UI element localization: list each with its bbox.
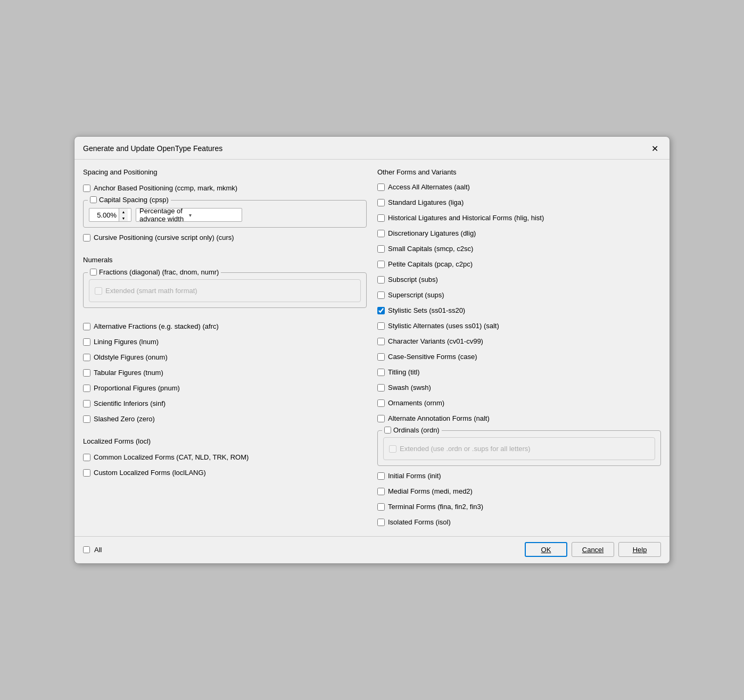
cursive-positioning-row: Cursive Positioning (cursive script only…	[83, 232, 367, 243]
initial-forms-label[interactable]: Initial Forms (init)	[388, 472, 441, 480]
spinbox-down[interactable]: ▼	[119, 215, 128, 221]
cursive-positioning-checkbox[interactable]	[83, 234, 90, 241]
subscript-checkbox[interactable]	[377, 276, 385, 284]
cursive-positioning-label[interactable]: Cursive Positioning (cursive script only…	[94, 234, 234, 241]
subscript-label[interactable]: Subscript (subs)	[388, 276, 438, 284]
medial-forms-checkbox[interactable]	[377, 488, 385, 495]
standard-ligatures-checkbox[interactable]	[377, 199, 385, 206]
ordinals-label[interactable]: Ordinals (ordn)	[393, 426, 440, 434]
ok-button[interactable]: OK	[525, 542, 567, 557]
stylistic-sets-checkbox[interactable]	[377, 307, 385, 314]
cancel-button[interactable]: Cancel	[572, 542, 614, 557]
proportional-figures-label[interactable]: Proportional Figures (pnum)	[94, 384, 180, 392]
small-capitals-checkbox[interactable]	[377, 245, 385, 253]
stylistic-alternates-label[interactable]: Stylistic Alternates (uses ss01) (salt)	[388, 322, 499, 330]
superscript-label[interactable]: Superscript (sups)	[388, 291, 444, 299]
custom-localized-label[interactable]: Custom Localized Forms (loclLANG)	[94, 469, 206, 477]
tabular-figures-label[interactable]: Tabular Figures (tnum)	[94, 369, 163, 377]
stylistic-alternates-checkbox[interactable]	[377, 322, 385, 330]
extended-ordn-checkbox[interactable]	[389, 445, 396, 453]
medial-forms-label[interactable]: Medial Forms (medi, med2)	[388, 487, 473, 495]
alt-fractions-label[interactable]: Alternative Fractions (e.g. stacked) (af…	[94, 322, 219, 330]
percentage-dropdown[interactable]: Percentage of advance width ▾	[136, 208, 242, 222]
dialog-footer: All OK Cancel Help	[75, 536, 669, 563]
common-localized-row: Common Localized Forms (CAT, NLD, TRK, R…	[83, 452, 367, 463]
superscript-row: Superscript (sups)	[377, 289, 661, 301]
capital-spacing-checkbox[interactable]	[90, 196, 97, 203]
spinbox-up[interactable]: ▲	[119, 209, 128, 215]
subscript-row: Subscript (subs)	[377, 274, 661, 285]
numerals-section-title: Numerals	[83, 256, 367, 264]
other-forms-title: Other Forms and Variants	[377, 168, 661, 176]
close-button[interactable]: ✕	[648, 142, 661, 155]
character-variants-label[interactable]: Character Variants (cv01-cv99)	[388, 337, 483, 345]
capital-spacing-label[interactable]: Capital Spacing (cpsp)	[99, 196, 169, 204]
case-sensitive-label[interactable]: Case-Sensitive Forms (case)	[388, 353, 477, 361]
swash-checkbox[interactable]	[377, 384, 385, 391]
case-sensitive-checkbox[interactable]	[377, 353, 385, 361]
access-all-label[interactable]: Access All Alternates (aalt)	[388, 183, 470, 191]
extended-ordn-row: Extended (use .ordn or .sups for all let…	[389, 443, 649, 454]
tabular-figures-checkbox[interactable]	[83, 369, 90, 377]
petite-capitals-checkbox[interactable]	[377, 261, 385, 268]
oldstyle-figures-label[interactable]: Oldstyle Figures (onum)	[94, 353, 168, 361]
extended-row: Extended (smart math format)	[95, 285, 355, 296]
lining-figures-label[interactable]: Lining Figures (lnum)	[94, 338, 159, 346]
historical-ligatures-checkbox[interactable]	[377, 214, 385, 222]
proportional-figures-checkbox[interactable]	[83, 385, 90, 392]
swash-label[interactable]: Swash (swsh)	[388, 384, 431, 391]
common-localized-checkbox[interactable]	[83, 454, 90, 461]
capital-spacing-input[interactable]	[89, 210, 119, 220]
access-all-checkbox[interactable]	[377, 184, 385, 191]
alternate-annotation-checkbox[interactable]	[377, 415, 385, 422]
extended-ordn-label[interactable]: Extended (use .ordn or .sups for all let…	[400, 445, 531, 453]
initial-forms-checkbox[interactable]	[377, 472, 385, 480]
ornaments-checkbox[interactable]	[377, 399, 385, 407]
terminal-forms-checkbox[interactable]	[377, 503, 385, 511]
all-checkbox[interactable]	[83, 546, 90, 553]
slashed-zero-row: Slashed Zero (zero)	[83, 413, 367, 424]
tabular-figures-row: Tabular Figures (tnum)	[83, 367, 367, 378]
stylistic-sets-label[interactable]: Stylistic Sets (ss01-ss20)	[388, 306, 465, 314]
capital-spacing-controls: ▲ ▼ Percentage of advance width ▾	[89, 205, 361, 222]
historical-ligatures-label[interactable]: Historical Ligatures and Historical Form…	[388, 214, 544, 222]
help-button[interactable]: Help	[618, 542, 661, 557]
discretionary-ligatures-label[interactable]: Discretionary Ligatures (dlig)	[388, 229, 476, 237]
ornaments-label[interactable]: Ornaments (ornm)	[388, 399, 444, 407]
all-label[interactable]: All	[94, 546, 102, 554]
proportional-figures-row: Proportional Figures (pnum)	[83, 382, 367, 394]
capital-spacing-spinbox[interactable]: ▲ ▼	[89, 208, 131, 222]
scientific-inferiors-checkbox[interactable]	[83, 400, 90, 407]
petite-capitals-label[interactable]: Petite Capitals (pcap, c2pc)	[388, 260, 473, 268]
slashed-zero-checkbox[interactable]	[83, 415, 90, 423]
alternate-annotation-label[interactable]: Alternate Annotation Forms (nalt)	[388, 414, 490, 422]
character-variants-checkbox[interactable]	[377, 338, 385, 345]
ordinals-checkbox[interactable]	[384, 427, 391, 434]
extended-math-label[interactable]: Extended (smart math format)	[105, 287, 197, 295]
oldstyle-figures-checkbox[interactable]	[83, 354, 90, 361]
custom-localized-checkbox[interactable]	[83, 469, 90, 477]
standard-ligatures-label[interactable]: Standard Ligatures (liga)	[388, 198, 464, 206]
anchor-based-label[interactable]: Anchor Based Positioning (ccmp, mark, mk…	[94, 184, 237, 192]
footer-right: OK Cancel Help	[525, 542, 661, 557]
fractions-checkbox[interactable]	[90, 269, 97, 276]
discretionary-ligatures-checkbox[interactable]	[377, 230, 385, 237]
isolated-forms-checkbox[interactable]	[377, 519, 385, 526]
alt-fractions-checkbox[interactable]	[83, 323, 90, 330]
isolated-forms-label[interactable]: Isolated Forms (isol)	[388, 518, 451, 526]
common-localized-label[interactable]: Common Localized Forms (CAT, NLD, TRK, R…	[94, 453, 249, 461]
titling-checkbox[interactable]	[377, 369, 385, 376]
small-capitals-label[interactable]: Small Capitals (smcp, c2sc)	[388, 245, 473, 253]
extended-math-checkbox[interactable]	[95, 287, 102, 295]
anchor-based-checkbox[interactable]	[83, 185, 90, 192]
superscript-checkbox[interactable]	[377, 291, 385, 299]
terminal-forms-label[interactable]: Terminal Forms (fina, fin2, fin3)	[388, 503, 483, 511]
fractions-label[interactable]: Fractions (diagonal) (frac, dnom, numr)	[99, 268, 219, 276]
slashed-zero-label[interactable]: Slashed Zero (zero)	[94, 415, 155, 423]
lining-figures-checkbox[interactable]	[83, 338, 90, 346]
titling-label[interactable]: Titling (titl)	[388, 368, 419, 376]
alt-fractions-row: Alternative Fractions (e.g. stacked) (af…	[83, 321, 367, 332]
capital-spacing-group-label: Capital Spacing (cpsp)	[88, 196, 171, 204]
petite-capitals-row: Petite Capitals (pcap, c2pc)	[377, 259, 661, 270]
scientific-inferiors-label[interactable]: Scientific Inferiors (sinf)	[94, 399, 166, 407]
